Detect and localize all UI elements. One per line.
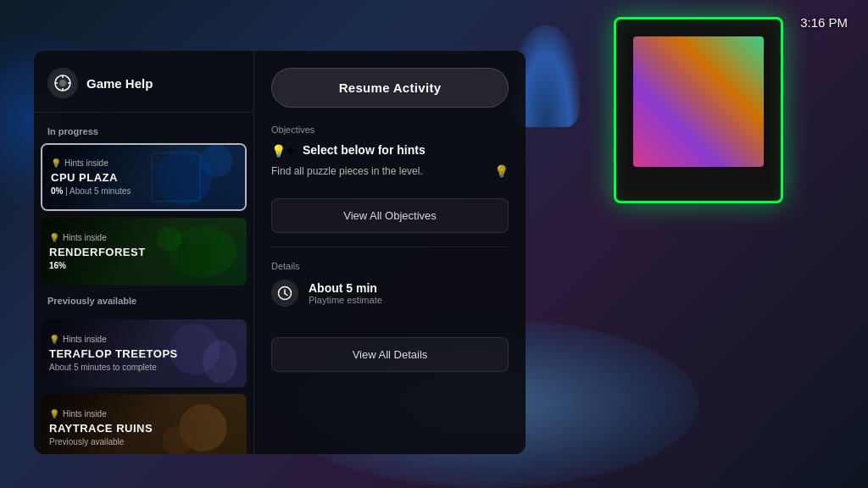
- details-section: Details About 5 min Playtime estimate: [271, 261, 509, 317]
- clock-icon: [271, 280, 298, 307]
- activity-name-cpu: CPU PLAZA: [51, 171, 236, 185]
- hints-icon-render: 💡: [49, 233, 59, 242]
- hint-icon-yellow: 💡✚: [271, 144, 296, 158]
- previously-available-label: Previously available: [34, 296, 253, 313]
- game-help-header: Game Help: [34, 68, 253, 113]
- panel-overlay: Game Help In progress 💡 Hints inside CP: [34, 51, 526, 454]
- card-content-tera: 💡 Hints inside TERAFLOP TREETOPS About 5…: [41, 319, 247, 387]
- card-content-cpu: 💡 Hints inside CPU PLAZA 0% | About 5 mi…: [42, 145, 245, 209]
- bg-decoration-cpu-panel: [614, 17, 783, 203]
- hints-label-render: 💡 Hints inside: [49, 233, 238, 242]
- activity-card-teraflop[interactable]: 💡 Hints inside TERAFLOP TREETOPS About 5…: [41, 319, 247, 387]
- main-content: Resume Activity Objectives 💡✚ Select bel…: [254, 51, 526, 454]
- view-all-objectives-button[interactable]: View All Objectives: [271, 198, 509, 233]
- bg-decoration-cpu-inner: [633, 36, 764, 167]
- hints-label-tera: 💡 Hints inside: [49, 335, 238, 344]
- activity-progress-ray: Previously available: [49, 437, 238, 446]
- sidebar: Game Help In progress 💡 Hints inside CP: [34, 51, 254, 454]
- objective-description: Find all puzzle pieces in the level. 💡: [271, 164, 509, 178]
- svg-point-1: [59, 80, 66, 86]
- game-help-title: Game Help: [86, 76, 153, 91]
- card-content-ray: 💡 Hints inside RAYTRACE RUINS Previously…: [41, 394, 247, 454]
- activity-name-ray: RAYTRACE RUINS: [49, 422, 238, 435]
- view-all-details-button[interactable]: View All Details: [271, 337, 509, 372]
- details-section-title: Details: [271, 261, 509, 271]
- objectives-section: Objectives 💡✚ Select below for hints Fin…: [271, 125, 509, 178]
- resume-activity-button[interactable]: Resume Activity: [271, 68, 509, 108]
- hints-label-cpu: 💡 Hints inside: [51, 158, 236, 168]
- playtime-value: About 5 min: [309, 281, 382, 295]
- section-divider: [271, 247, 509, 247]
- playtime-label: Playtime estimate: [309, 295, 382, 305]
- clock-display: 3:16 PM: [800, 15, 848, 30]
- activity-progress-tera: About 5 minutes to complete: [49, 363, 238, 372]
- hint-small-icon: 💡: [494, 164, 509, 178]
- activity-card-raytrace[interactable]: 💡 Hints inside RAYTRACE RUINS Previously…: [41, 394, 247, 454]
- playtime-row: About 5 min Playtime estimate: [271, 280, 509, 307]
- objective-hint-title: Select below for hints: [303, 143, 426, 157]
- hints-icon-tera: 💡: [49, 335, 59, 344]
- activity-card-renderforest[interactable]: 💡 Hints inside RENDERFOREST 16%: [41, 218, 247, 286]
- hints-label-ray: 💡 Hints inside: [49, 409, 238, 419]
- hints-icon-ray: 💡: [49, 409, 59, 419]
- card-content-render: 💡 Hints inside RENDERFOREST 16%: [41, 218, 247, 286]
- hints-icon-cpu: 💡: [51, 158, 61, 168]
- activity-progress-render: 16%: [49, 261, 238, 270]
- activity-card-cpu-plaza[interactable]: 💡 Hints inside CPU PLAZA 0% | About 5 mi…: [41, 143, 247, 211]
- game-help-icon: [47, 68, 78, 98]
- objectives-section-title: Objectives: [271, 125, 509, 135]
- activity-progress-cpu: 0% | About 5 minutes: [51, 186, 236, 196]
- svg-line-18: [285, 294, 287, 296]
- activity-name-render: RENDERFOREST: [49, 246, 238, 259]
- objective-row-hint: 💡✚ Select below for hints: [271, 143, 509, 158]
- activity-name-tera: TERAFLOP TREETOPS: [49, 347, 238, 361]
- in-progress-label: In progress: [34, 126, 253, 143]
